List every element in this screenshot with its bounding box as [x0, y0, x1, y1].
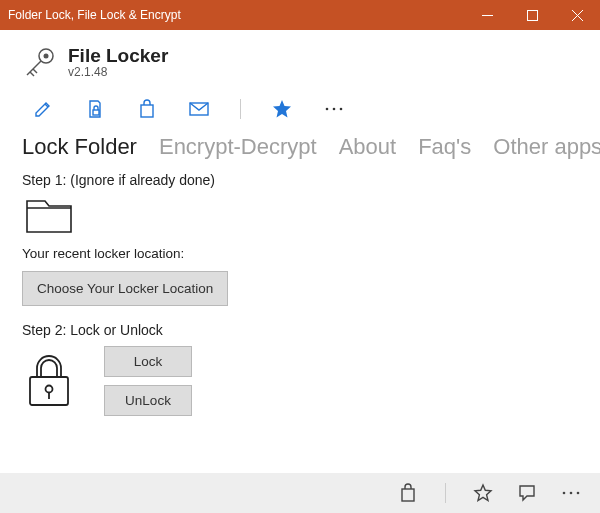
svg-rect-11	[141, 105, 153, 117]
svg-point-14	[333, 108, 336, 111]
bag-icon[interactable]	[136, 98, 158, 120]
tab-other-apps[interactable]: Other apps	[493, 134, 600, 160]
pencil-icon[interactable]	[32, 98, 54, 120]
lock-button[interactable]: Lock	[104, 346, 192, 377]
svg-point-15	[340, 108, 343, 111]
toolbar-divider	[240, 99, 241, 119]
tab-about[interactable]: About	[339, 134, 397, 160]
svg-rect-20	[402, 489, 414, 501]
more-icon[interactable]	[323, 98, 345, 120]
svg-point-13	[326, 108, 329, 111]
window-title: Folder Lock, File Lock & Encrypt	[8, 8, 181, 22]
recent-location-label: Your recent locker location:	[22, 246, 578, 261]
bottom-more-icon[interactable]	[560, 482, 582, 504]
tab-lock-folder[interactable]: Lock Folder	[22, 134, 137, 160]
svg-rect-10	[93, 110, 99, 115]
mail-icon[interactable]	[188, 98, 210, 120]
tab-bar: Lock Folder Encrypt-Decrypt About Faq's …	[22, 134, 578, 160]
folder-icon[interactable]	[24, 196, 578, 238]
app-content: File Locker v2.1.48	[0, 30, 600, 473]
svg-line-7	[30, 72, 34, 76]
step2-label: Step 2: Lock or Unlock	[22, 322, 578, 338]
favorite-icon[interactable]	[472, 482, 494, 504]
tab-faqs[interactable]: Faq's	[418, 134, 471, 160]
unlock-button[interactable]: UnLock	[104, 385, 192, 416]
app-header: File Locker v2.1.48	[22, 44, 578, 80]
bottom-bar	[0, 473, 600, 513]
svg-point-23	[577, 492, 580, 495]
svg-point-22	[570, 492, 573, 495]
step1-label: Step 1: (Ignore if already done)	[22, 172, 578, 188]
svg-rect-17	[30, 377, 68, 405]
file-lock-icon[interactable]	[84, 98, 106, 120]
svg-point-21	[563, 492, 566, 495]
svg-point-5	[44, 54, 49, 59]
svg-rect-1	[528, 10, 538, 20]
svg-point-18	[46, 386, 53, 393]
window-maximize-button[interactable]	[510, 0, 555, 30]
svg-line-6	[27, 61, 41, 75]
bottom-divider	[445, 483, 446, 503]
choose-location-button[interactable]: Choose Your Locker Location	[22, 271, 228, 306]
titlebar: Folder Lock, File Lock & Encrypt	[0, 0, 600, 30]
app-name: File Locker	[68, 45, 168, 67]
svg-line-8	[33, 69, 37, 73]
star-icon[interactable]	[271, 98, 293, 120]
toolbar	[22, 92, 578, 134]
window-minimize-button[interactable]	[465, 0, 510, 30]
padlock-icon	[22, 353, 76, 409]
tab-encrypt-decrypt[interactable]: Encrypt-Decrypt	[159, 134, 317, 160]
key-icon	[22, 44, 58, 80]
comment-icon[interactable]	[516, 482, 538, 504]
app-version: v2.1.48	[68, 65, 168, 79]
window-close-button[interactable]	[555, 0, 600, 30]
store-icon[interactable]	[397, 482, 419, 504]
lock-row: Lock UnLock	[22, 346, 578, 416]
